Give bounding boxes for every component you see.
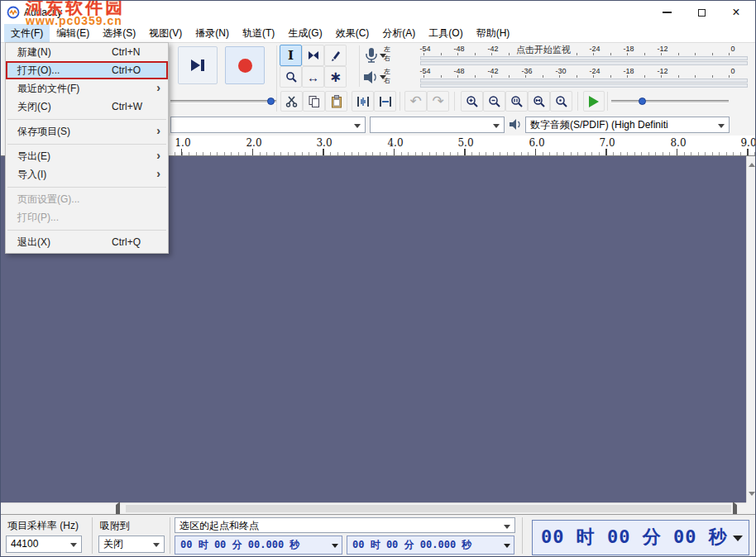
divider (276, 45, 277, 112)
menu-item-shortcut: Ctrl+Q (112, 233, 141, 251)
skip-to-end-button[interactable] (178, 46, 218, 84)
menu-item-page-setup[interactable]: 页面设置(G)... (6, 190, 168, 208)
menu-item-label: 页面设置(G)... (17, 190, 79, 208)
menu-item-print[interactable]: 打印(P)... (6, 208, 168, 226)
ruler-label: 1.0 (175, 137, 190, 149)
menu-edit[interactable]: 编辑(E) (50, 24, 96, 42)
draw-tool-button[interactable] (324, 45, 347, 66)
menu-item-shortcut: Ctrl+O (112, 63, 141, 78)
project-rate-select[interactable]: 44100 (6, 536, 82, 553)
submenu-arrow-icon: › (156, 147, 160, 164)
menu-item-exit[interactable]: 退出(X) Ctrl+Q (6, 233, 168, 251)
menu-item-recent-files[interactable]: 最近的文件(F) › (6, 79, 168, 98)
snap-to-select[interactable]: 关闭 (98, 536, 165, 553)
menu-item-import[interactable]: 导入(I) › (6, 165, 168, 183)
envelope-icon (308, 50, 319, 61)
menu-view[interactable]: 视图(V) (142, 24, 189, 42)
title-bar: Audacity × (1, 1, 755, 24)
scroll-left-button[interactable] (112, 505, 124, 513)
envelope-tool-button[interactable] (302, 45, 324, 66)
selection-mode-select[interactable]: 选区的起点和终点 (175, 517, 515, 533)
minimize-button[interactable] (649, 1, 684, 24)
menu-item-new[interactable]: 新建(N) Ctrl+N (6, 43, 168, 61)
volume-slider-track[interactable] (170, 100, 276, 103)
menu-generate[interactable]: 生成(G) (281, 24, 328, 42)
meter-scale-label: -30 (555, 67, 566, 75)
divider (400, 92, 400, 111)
meter-scale-label: -24 (589, 45, 600, 53)
menu-item-export[interactable]: 导出(E) › (6, 147, 168, 165)
snap-to-label: 吸附到 (100, 519, 130, 533)
selection-tool-button[interactable]: I (280, 45, 302, 66)
play-speed-slider-track[interactable] (611, 100, 729, 103)
channel-left-label: 左 (384, 68, 390, 76)
speaker-icon (362, 70, 380, 85)
menu-item-label: 导出(E) (17, 147, 50, 165)
selection-start-field[interactable]: 00 时 00 分 00.000 秒 (175, 536, 342, 555)
project-rate-label: 项目采样率 (Hz) (7, 519, 79, 533)
play-speed-slider-thumb[interactable] (639, 98, 646, 105)
menu-select[interactable]: 选择(S) (96, 24, 142, 42)
play-at-speed-button[interactable] (583, 91, 605, 112)
speaker-icon (509, 118, 524, 131)
meter-scale-label: -18 (623, 45, 634, 53)
silence-icon (379, 96, 392, 107)
timeline-ruler[interactable] (109, 136, 755, 156)
menu-item-open[interactable]: 打开(O)... Ctrl+O (6, 61, 168, 79)
cut-button[interactable] (280, 91, 303, 112)
multi-tool-button[interactable]: ∗ (324, 66, 347, 88)
meter-scale-label: -24 (589, 67, 600, 75)
play-meter-device[interactable] (362, 70, 380, 88)
zoom-in-button[interactable] (461, 91, 483, 112)
zoom-selection-icon (510, 95, 524, 108)
ruler-label: 5.0 (457, 137, 473, 149)
zoom-fit-project-button[interactable] (528, 91, 550, 112)
audio-position-field[interactable]: 00 时 00 分 00 秒 (532, 520, 749, 555)
record-button[interactable] (225, 46, 265, 84)
menu-transport[interactable]: 播录(N) (189, 24, 236, 42)
record-meter-device[interactable] (362, 47, 380, 68)
menu-item-label: 打开(O)... (17, 63, 60, 78)
audacity-logo-icon (7, 6, 20, 19)
audio-host-select[interactable] (170, 117, 366, 133)
recording-meter[interactable]: 左 右 -54 -48 -42 -36 -30 -24 -18 -12 0 点击… (382, 45, 749, 65)
paste-button[interactable] (325, 91, 347, 112)
clipboard-icon (330, 95, 343, 108)
menu-tracks[interactable]: 轨道(T) (236, 24, 281, 42)
selection-end-value: 00 时 00 分 00.000 秒 (352, 539, 471, 550)
menu-item-save-project[interactable]: 保存项目(S) › (6, 122, 168, 140)
close-button[interactable]: × (719, 1, 754, 24)
menu-help[interactable]: 帮助(H) (470, 24, 517, 42)
menu-tools[interactable]: 工具(O) (422, 24, 469, 42)
silence-audio-button[interactable] (374, 91, 396, 112)
menu-file[interactable]: 文件(F) (4, 24, 50, 42)
playback-meter[interactable]: 左 右 -54 -48 -42 -36 -30 -24 -18 -12 0 (382, 68, 749, 88)
zoom-tool-button[interactable] (280, 66, 302, 88)
scroll-right-button[interactable] (733, 505, 744, 513)
zoom-out-button[interactable] (483, 91, 505, 112)
menu-item-close[interactable]: 关闭(C) Ctrl+W (6, 98, 168, 116)
menu-separator (7, 187, 166, 188)
zoom-toggle-button[interactable] (550, 91, 572, 112)
menu-separator (7, 144, 166, 145)
zoom-selection-button[interactable] (505, 91, 528, 112)
redo-button[interactable]: ↷ (427, 91, 449, 112)
copy-button[interactable] (303, 91, 325, 112)
menu-effect[interactable]: 效果(C) (329, 24, 376, 42)
menu-analyze[interactable]: 分析(A) (376, 24, 422, 42)
horizontal-scrollbar[interactable] (1, 502, 746, 514)
maximize-button[interactable] (684, 1, 719, 24)
divider (359, 45, 360, 87)
monitor-hint-text[interactable]: 点击开始监视 (513, 44, 574, 56)
trim-audio-button[interactable] (352, 91, 374, 112)
time-shift-tool-button[interactable]: ↔ (302, 66, 324, 88)
hscroll-thumb[interactable] (126, 505, 731, 512)
volume-slider-thumb[interactable] (267, 98, 275, 105)
selection-end-field[interactable]: 00 时 00 分 00.000 秒 (347, 536, 514, 555)
ruler-label: 8.0 (670, 137, 686, 149)
recording-device-select[interactable] (370, 117, 505, 133)
undo-button[interactable]: ↶ (404, 91, 427, 112)
playback-device-select[interactable]: 数字音频(S/PDIF) (High Definiti (525, 117, 730, 133)
vertical-scrollbar[interactable] (746, 156, 756, 502)
menu-item-shortcut: Ctrl+N (112, 43, 140, 61)
